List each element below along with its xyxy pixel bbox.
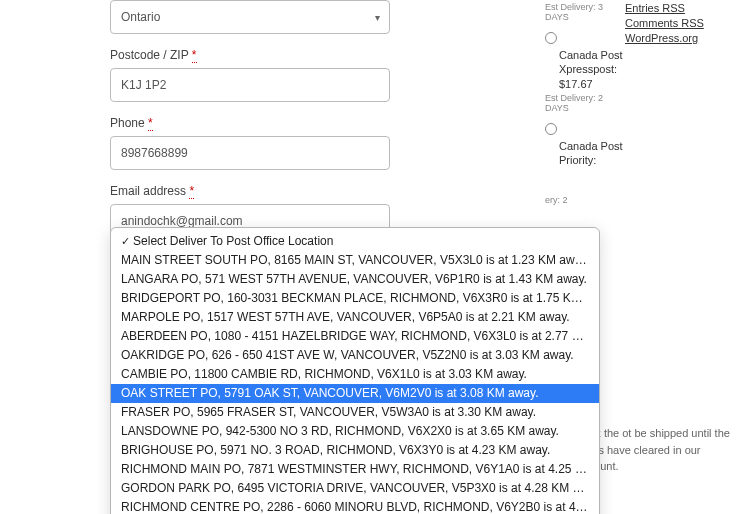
dropdown-option[interactable]: BRIGHOUSE PO, 5971 NO. 3 ROAD, RICHMOND,… bbox=[111, 441, 599, 460]
dropdown-option[interactable]: MAIN STREET SOUTH PO, 8165 MAIN ST, VANC… bbox=[111, 251, 599, 270]
link-wordpress-org[interactable]: WordPress.org bbox=[625, 32, 704, 44]
dropdown-option[interactable]: RICHMOND CENTRE PO, 2286 - 6060 MINORU B… bbox=[111, 498, 599, 515]
dropdown-option[interactable]: RICHMOND MAIN PO, 7871 WESTMINSTER HWY, … bbox=[111, 460, 599, 479]
post-office-dropdown[interactable]: Select Deliver To Post Office Location M… bbox=[110, 227, 600, 514]
delivery-estimate: Est Delivery: 3 DAYS bbox=[545, 2, 625, 22]
bank-transfer-notice: bank the ot be shipped until the funds h… bbox=[577, 425, 742, 475]
dropdown-option[interactable]: OAK STREET PO, 5791 OAK ST, VANCOUVER, V… bbox=[111, 384, 599, 403]
delivery-estimate-fragment: ery: 2 bbox=[545, 195, 625, 205]
dropdown-option[interactable]: OAKRIDGE PO, 626 - 650 41ST AVE W, VANCO… bbox=[111, 346, 599, 365]
postcode-label: Postcode / ZIP * bbox=[110, 48, 545, 62]
email-label: Email address * bbox=[110, 184, 545, 198]
dropdown-placeholder[interactable]: Select Deliver To Post Office Location bbox=[111, 228, 599, 251]
dropdown-option[interactable]: GORDON PARK PO, 6495 VICTORIA DRIVE, VAN… bbox=[111, 479, 599, 498]
province-select[interactable]: Ontario bbox=[110, 0, 390, 34]
dropdown-option[interactable]: LANSDOWNE PO, 942-5300 NO 3 RD, RICHMOND… bbox=[111, 422, 599, 441]
required-asterisk: * bbox=[148, 116, 153, 131]
phone-label: Phone * bbox=[110, 116, 545, 130]
dropdown-option[interactable]: FRASER PO, 5965 FRASER ST, VANCOUVER, V5… bbox=[111, 403, 599, 422]
dropdown-option[interactable]: MARPOLE PO, 1517 WEST 57TH AVE, VANCOUVE… bbox=[111, 308, 599, 327]
dropdown-option[interactable]: CAMBIE PO, 11800 CAMBIE RD, RICHMOND, V6… bbox=[111, 365, 599, 384]
phone-field[interactable] bbox=[110, 136, 390, 170]
link-comments-rss[interactable]: Comments RSS bbox=[625, 17, 704, 29]
shipping-option-label: Canada Post Xpresspost: $17.67 bbox=[545, 48, 625, 91]
shipping-option-label: Canada Post Priority: bbox=[545, 139, 625, 168]
required-asterisk: * bbox=[192, 48, 197, 63]
dropdown-option[interactable]: BRIDGEPORT PO, 160-3031 BECKMAN PLACE, R… bbox=[111, 289, 599, 308]
link-entries-rss[interactable]: Entries RSS bbox=[625, 2, 704, 14]
dropdown-option[interactable]: LANGARA PO, 571 WEST 57TH AVENUE, VANCOU… bbox=[111, 270, 599, 289]
shipping-radio-priority[interactable] bbox=[545, 123, 557, 135]
delivery-estimate: Est Delivery: 2 DAYS bbox=[545, 93, 625, 113]
postcode-field[interactable] bbox=[110, 68, 390, 102]
dropdown-option[interactable]: ABERDEEN PO, 1080 - 4151 HAZELBRIDGE WAY… bbox=[111, 327, 599, 346]
shipping-radio-xpresspost[interactable] bbox=[545, 32, 557, 44]
required-asterisk: * bbox=[189, 184, 194, 199]
